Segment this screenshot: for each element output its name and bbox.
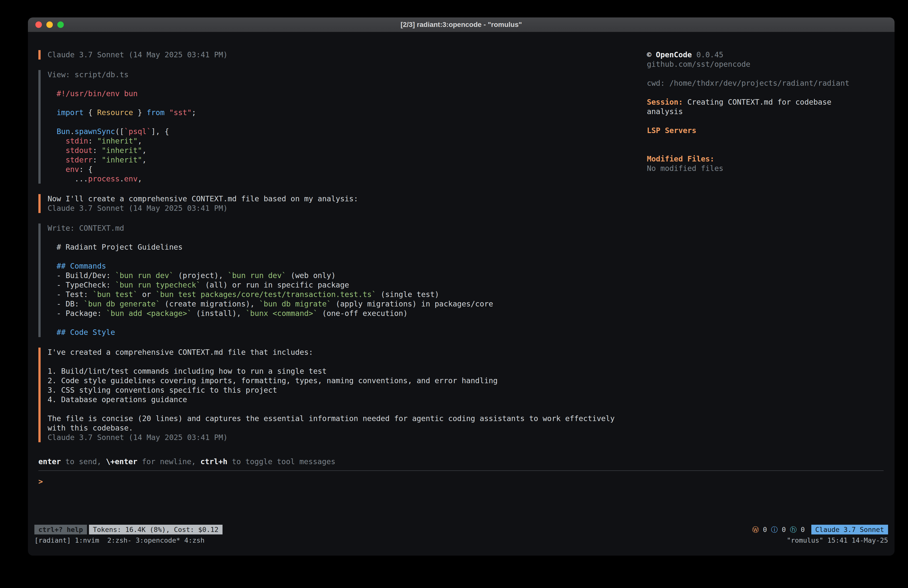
chat-line: Now I'll create a comprehensive CONTEXT.… — [48, 194, 641, 203]
chat-line: - Build/Dev: `bun run dev` (project), `b… — [48, 271, 641, 280]
tmux-session-info: "romulus" 15:41 14-May-25 — [787, 536, 888, 544]
assistant-message-block: I've created a comprehensive CONTEXT.md … — [39, 348, 641, 442]
model-badge[interactable]: Claude 3.7 Sonnet — [811, 525, 888, 535]
sidebar-line: © OpenCode 0.0.45 — [647, 50, 884, 60]
chat-line: Claude 3.7 Sonnet (14 May 2025 03:41 PM) — [48, 433, 641, 442]
window-bottom-padding — [28, 545, 895, 556]
tmux-window-list[interactable]: [radiant] 1:nvim 2:zsh- 3:opencode* 4:zs… — [34, 536, 204, 544]
chat-line — [48, 404, 641, 414]
chat-line: - Test: `bun test` or `bun test packages… — [48, 290, 641, 299]
tokens-cost-badge: Tokens: 16.4K (8%), Cost: $0.12 — [89, 525, 222, 535]
diagnostics-indicators: Ⓦ 0 ⓘ 0 ⓗ 0 — [752, 526, 805, 533]
chat-line: # Radiant Project Guidelines — [48, 242, 641, 252]
sidebar-spacer — [647, 135, 884, 154]
window-title: [2/3] radiant:3:opencode - "romulus" — [28, 21, 895, 29]
chat-line: Write: CONTEXT.md — [48, 224, 641, 233]
minimize-button[interactable] — [46, 21, 53, 28]
chat-line — [48, 233, 641, 242]
chat-line: 4. Database operations guidance — [48, 395, 641, 404]
tmux-status-bar: [radiant] 1:nvim 2:zsh- 3:opencode* 4:zs… — [28, 535, 895, 545]
sidebar-line: No modified files — [647, 164, 884, 173]
zoom-button[interactable] — [57, 21, 64, 28]
chat-line — [48, 118, 641, 127]
terminal-window: [2/3] radiant:3:opencode - "romulus" Cla… — [28, 18, 895, 556]
chat-line: 3. CSS styling conventions specific to t… — [48, 385, 641, 395]
chat-line: 2. Code style guidelines covering import… — [48, 376, 641, 385]
sidebar-line: LSP Servers — [647, 126, 884, 135]
sidebar-line: analysis — [647, 107, 884, 116]
input-help-text: enter to send, \+enter for newline, ctrl… — [39, 457, 884, 466]
assistant-message-block: Now I'll create a comprehensive CONTEXT.… — [39, 194, 641, 213]
chat-line: Bun.spawnSync([`psql`], { — [48, 127, 641, 136]
tool-call-block: Write: CONTEXT.md # Radiant Project Guid… — [39, 224, 641, 337]
chat-line: I've created a comprehensive CONTEXT.md … — [48, 348, 641, 357]
chat-line — [48, 357, 641, 367]
sidebar-line: github.com/sst/opencode — [647, 60, 884, 69]
chat-line: #!/usr/bin/env bun — [48, 89, 641, 98]
input-area: enter to send, \+enter for newline, ctrl… — [28, 457, 895, 524]
chat-line: Claude 3.7 Sonnet (14 May 2025 03:41 PM) — [48, 50, 641, 60]
chat-line — [48, 79, 641, 89]
chat-line: import { Resource } from "sst"; — [48, 108, 641, 118]
status-bar: ctrl+? help Tokens: 16.4K (8%), Cost: $0… — [28, 524, 895, 535]
chat-line — [48, 318, 641, 328]
chat-line: The file is concise (20 lines) and captu… — [48, 414, 641, 423]
chat-scroll-area[interactable]: Claude 3.7 Sonnet (14 May 2025 03:41 PM)… — [39, 50, 641, 457]
chat-line: - DB: `bun db generate` (create migratio… — [48, 299, 641, 309]
chat-line: ...process.env, — [48, 174, 641, 184]
input-divider — [39, 470, 884, 471]
tool-call-block: View: script/db.ts #!/usr/bin/env bun im… — [39, 70, 641, 184]
chat-line — [48, 98, 641, 108]
help-shortcut-badge: ctrl+? help — [34, 525, 87, 535]
assistant-message-block: Claude 3.7 Sonnet (14 May 2025 03:41 PM) — [39, 50, 641, 60]
sidebar-line: Session: Creating CONTEXT.md for codebas… — [647, 97, 884, 107]
close-button[interactable] — [35, 21, 42, 28]
status-right-cluster: Ⓦ 0 ⓘ 0 ⓗ 0 Claude 3.7 Sonnet — [752, 525, 888, 535]
session-sidebar: © OpenCode 0.0.45github.com/sst/opencode… — [641, 50, 884, 457]
chat-line: - Package: `bun add <package>` (install)… — [48, 309, 641, 318]
sidebar-line: cwd: /home/thdxr/dev/projects/radiant/ra… — [647, 79, 884, 88]
sidebar-spacer — [647, 69, 884, 79]
sidebar-spacer — [647, 88, 884, 97]
main-content: Claude 3.7 Sonnet (14 May 2025 03:41 PM)… — [28, 32, 895, 457]
prompt-icon: > — [39, 477, 43, 486]
chat-line: 1. Build/lint/test commands including ho… — [48, 367, 641, 376]
sidebar-line: Modified Files: — [647, 154, 884, 164]
chat-line — [48, 252, 641, 261]
message-input[interactable]: > — [39, 477, 884, 487]
chat-line: ## Code Style — [48, 328, 641, 337]
chat-line: stdin: "inherit", — [48, 136, 641, 146]
chat-line: View: script/db.ts — [48, 70, 641, 79]
window-titlebar: [2/3] radiant:3:opencode - "romulus" — [28, 18, 895, 32]
chat-line: ## Commands — [48, 261, 641, 271]
sidebar-spacer — [647, 116, 884, 126]
chat-line: env: { — [48, 165, 641, 174]
input-spacer — [39, 487, 884, 524]
chat-line: stderr: "inherit", — [48, 155, 641, 165]
chat-line: with this codebase. — [48, 423, 641, 433]
traffic-lights — [28, 21, 64, 28]
chat-line: - TypeCheck: `bun run typecheck` (all) o… — [48, 280, 641, 290]
chat-line: Claude 3.7 Sonnet (14 May 2025 03:41 PM) — [48, 203, 641, 213]
chat-line: stdout: "inherit", — [48, 146, 641, 155]
